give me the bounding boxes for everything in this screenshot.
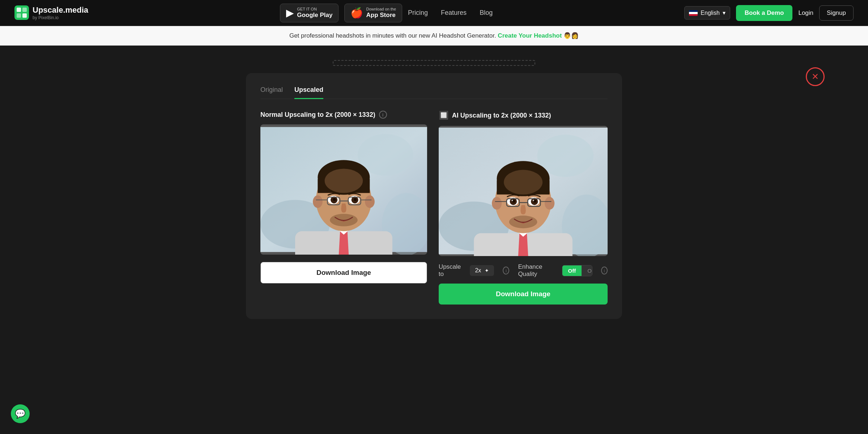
portrait-normal [260,124,427,255]
svg-point-24 [333,198,336,201]
svg-point-32 [325,169,363,193]
toggle-on-option[interactable]: On [582,265,592,276]
language-selector[interactable]: English ▾ [684,6,730,20]
chevron-down-icon: ▾ [723,9,726,16]
portrait-ai [439,126,608,256]
google-play-text: GET IT ON Google Play [297,7,332,19]
google-play-top-label: GET IT ON [297,7,332,12]
svg-point-61 [509,216,537,228]
upload-zone-hint [333,60,535,66]
google-play-button[interactable]: ▶ GET IT ON Google Play [280,4,339,22]
brand-name: Upscale.media [33,5,88,15]
svg-point-45 [545,197,554,210]
logo-icon [14,5,29,20]
chat-bubble-icon: 💬 [15,409,26,419]
language-label: English [701,10,719,16]
main-nav: Pricing Features Blog [408,9,493,17]
close-button[interactable]: ✕ [806,67,825,86]
svg-point-44 [492,197,502,210]
svg-rect-0 [14,5,29,20]
toggle-off-option[interactable]: Off [562,265,582,276]
create-headshot-link[interactable]: Create Your Headshot [498,32,562,39]
ai-upscaling-title: AI Upscaling to 2x (2000 × 1332) [452,112,551,119]
upscale-selector[interactable]: 2x ✦ [470,265,494,276]
svg-point-55 [533,200,534,201]
download-ai-button[interactable]: Download Image [439,284,608,305]
ai-upscaling-image [439,126,608,256]
tab-bar: Original Upscaled [260,86,608,99]
flag-icon [689,10,698,16]
header-right: English ▾ Book a Demo Login Signup [684,5,854,21]
google-play-icon: ▶ [286,8,294,18]
upscale-value: 2x [475,267,481,274]
upscale-dropdown-icon: ✦ [485,268,489,273]
signup-button[interactable]: Signup [819,5,854,21]
app-store-text: Download on the App Store [366,7,396,19]
comparison-columns: Normal Upscaling to 2x (2000 × 1332) i [260,111,608,305]
nav-blog[interactable]: Blog [480,9,493,17]
header: Upscale.media by PixelBin.io ▶ GET IT ON… [0,0,868,26]
tab-upscaled[interactable]: Upscaled [294,86,323,99]
ai-upscaling-icon: 🔲 [439,111,448,120]
google-play-bottom-label: Google Play [297,12,332,19]
svg-rect-3 [17,13,21,18]
chat-icon[interactable]: 💬 [11,404,30,423]
ai-upscaling-header: 🔲 AI Upscaling to 2x (2000 × 1332) [439,111,608,120]
normal-upscaling-col: Normal Upscaling to 2x (2000 × 1332) i [260,111,427,305]
promo-banner: Get professional headshots in minutes wi… [0,26,868,46]
enhance-quality-info-icon[interactable]: i [601,267,608,275]
ai-upscaling-col: 🔲 AI Upscaling to 2x (2000 × 1332) [439,111,608,305]
header-center: ▶ GET IT ON Google Play 🍎 Download on th… [280,4,493,22]
tab-original[interactable]: Original [260,86,283,99]
enhance-quality-toggle: Off On [562,265,592,276]
banner-emoji: 👨👩 [563,32,579,39]
normal-upscaling-header: Normal Upscaling to 2x (2000 × 1332) i [260,111,427,119]
download-normal-button[interactable]: Download Image [260,262,427,284]
svg-point-16 [313,195,323,208]
normal-upscaling-title: Normal Upscaling to 2x (2000 × 1332) [260,111,375,119]
normal-upscaling-image [260,124,427,255]
svg-point-17 [365,195,375,208]
svg-rect-2 [22,8,27,12]
enhance-quality-label: Enhance Quality [518,263,553,278]
normal-upscaling-info-icon[interactable]: i [379,111,387,119]
main-content: ✕ Original Upscaled Normal Upscaling to … [0,46,868,429]
upscale-info-icon[interactable]: i [503,267,509,275]
nav-features[interactable]: Features [441,9,467,17]
comparison-panel: Original Upscaled Normal Upscaling to 2x… [246,73,622,319]
svg-point-54 [511,200,513,201]
svg-point-25 [354,198,357,201]
ai-controls-row: Upscale to 2x ✦ i Enhance Quality Off On… [439,263,608,278]
book-demo-button[interactable]: Book a Demo [736,5,793,21]
upscale-to-label: Upscale to [439,263,461,278]
app-store-button[interactable]: 🍎 Download on the App Store [344,4,402,22]
nav-pricing[interactable]: Pricing [408,9,428,17]
logo-text: Upscale.media by PixelBin.io [33,5,88,20]
logo-area: Upscale.media by PixelBin.io [14,5,88,20]
svg-point-62 [504,170,542,195]
svg-rect-4 [22,13,27,18]
login-button[interactable]: Login [798,9,813,17]
app-store-bottom-label: App Store [366,12,396,19]
svg-point-31 [330,214,358,226]
app-store-top-label: Download on the [366,7,396,12]
brand-sub: by PixelBin.io [33,15,88,20]
svg-rect-1 [17,8,21,12]
banner-text: Get professional headshots in minutes wi… [289,32,496,39]
apple-icon: 🍎 [350,8,363,18]
